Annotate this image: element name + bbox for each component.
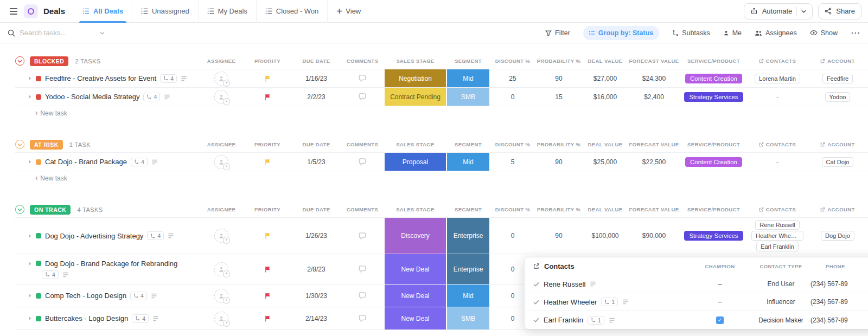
check-icon[interactable] (533, 318, 539, 322)
task-status-square[interactable] (36, 233, 41, 238)
search-box[interactable] (8, 29, 122, 37)
status-badge[interactable]: AT RISK (30, 140, 63, 150)
forecast-value[interactable]: $22,500 (628, 153, 680, 171)
expand-task-chevron-icon[interactable] (28, 316, 32, 321)
contact-type-value[interactable]: Influencer (752, 298, 809, 306)
contact-chip[interactable]: Rene Russell (755, 220, 799, 230)
subtask-count-badge[interactable]: 4 (131, 158, 148, 166)
group-by-button[interactable]: Group by: Status (583, 26, 659, 40)
contact-row[interactable]: Heather Wheeler 1 – Influencer (234) 567… (525, 293, 868, 311)
task-status-square[interactable] (36, 293, 41, 299)
check-icon[interactable] (533, 300, 539, 305)
add-assignee-button[interactable] (214, 312, 228, 326)
comment-button[interactable] (358, 74, 367, 82)
probability-value[interactable]: 15 (535, 88, 582, 106)
sales-stage-cell[interactable]: Negotiation (384, 69, 446, 87)
tab-all-deals[interactable]: All Deals (74, 0, 132, 23)
priority-flag-icon[interactable] (243, 218, 292, 254)
service-product-tag[interactable]: Content Creation (685, 74, 742, 83)
sales-stage-cell[interactable]: New Deal (384, 307, 446, 329)
subtask-count-badge[interactable]: 4 (42, 270, 59, 279)
assignees-button[interactable]: Assignees (755, 29, 797, 37)
discount-value[interactable]: 5 (490, 153, 535, 171)
comment-button[interactable] (358, 232, 367, 240)
forecast-value[interactable]: $90,000 (628, 218, 680, 254)
comment-button[interactable] (358, 292, 367, 300)
chevron-down-icon[interactable] (801, 10, 806, 13)
contacts-empty[interactable]: - (776, 93, 778, 101)
probability-value[interactable]: 90 (535, 153, 582, 171)
new-task-button[interactable]: + New task (15, 106, 868, 120)
comment-button[interactable] (358, 93, 367, 101)
add-assignee-button[interactable] (214, 262, 228, 276)
due-date[interactable]: 2/8/23 (292, 254, 341, 284)
tab-unassigned[interactable]: Unassigned (132, 0, 198, 23)
expand-task-chevron-icon[interactable] (28, 261, 32, 266)
status-badge[interactable]: ON TRACK (30, 205, 71, 215)
segment-cell[interactable]: Mid (446, 153, 490, 171)
chevron-down-icon[interactable] (100, 31, 105, 35)
sales-stage-cell[interactable]: Discovery (384, 218, 446, 254)
contact-name[interactable]: Heather Wheeler (544, 298, 597, 306)
deal-value[interactable]: $16,000 (582, 88, 628, 106)
description-icon[interactable] (62, 272, 69, 278)
task-row[interactable]: Yodoo - Social Media Strategy 4 2/2/23 C… (15, 88, 868, 106)
task-name[interactable]: Feedfire - Creative Assets for Event (45, 74, 156, 82)
discount-value[interactable]: 0 (490, 88, 535, 106)
task-status-square[interactable] (36, 76, 41, 81)
deal-value[interactable]: $100,000 (582, 218, 628, 254)
subtasks-button[interactable]: Subtasks (672, 29, 710, 37)
segment-cell[interactable]: Enterprise (446, 254, 490, 284)
add-assignee-button[interactable] (214, 155, 228, 169)
show-button[interactable]: Show (810, 29, 838, 37)
link-count-badge[interactable]: 1 (588, 316, 604, 325)
expand-task-chevron-icon[interactable] (28, 234, 32, 238)
task-name[interactable]: Yodoo - Social Media Strategy (45, 93, 139, 101)
due-date[interactable]: 2/2/23 (292, 88, 341, 106)
priority-flag-icon[interactable] (243, 254, 292, 284)
task-row[interactable]: Dog Dojo - Advertising Strategy 4 1/26/2… (15, 218, 868, 254)
account-chip[interactable]: Feedfire (822, 74, 853, 83)
task-status-square[interactable] (36, 94, 41, 100)
add-view-button[interactable]: View (327, 0, 369, 23)
subtask-count-badge[interactable]: 4 (160, 74, 177, 83)
check-icon[interactable] (533, 282, 539, 287)
description-icon[interactable] (181, 75, 187, 82)
priority-flag-icon[interactable] (243, 69, 292, 87)
new-task-button[interactable]: + New task (15, 171, 868, 185)
service-product-tag[interactable]: Strategy Services (684, 92, 743, 102)
task-name[interactable]: Comp Tech - Logo Design (45, 292, 126, 300)
expand-task-chevron-icon[interactable] (28, 76, 32, 81)
deal-value[interactable]: $27,000 (582, 69, 628, 87)
status-badge[interactable]: BLOCKED (30, 56, 68, 66)
priority-flag-icon[interactable] (243, 285, 292, 307)
task-status-square[interactable] (36, 261, 41, 266)
task-row[interactable]: Cat Dojo - Brand Package 4 1/5/23 Propos… (15, 153, 868, 171)
description-icon[interactable] (590, 281, 596, 287)
expand-task-chevron-icon[interactable] (28, 94, 32, 99)
description-icon[interactable] (164, 94, 170, 100)
segment-cell[interactable]: SMB (446, 88, 490, 106)
due-date[interactable]: 1/26/23 (292, 218, 341, 254)
phone-value[interactable]: (234) 567-89 (809, 298, 868, 306)
subtask-count-badge[interactable]: 4 (130, 292, 147, 300)
add-assignee-button[interactable] (214, 72, 228, 86)
sales-stage-cell[interactable]: New Deal (384, 254, 446, 284)
probability-value[interactable]: 90 (535, 69, 582, 87)
due-date[interactable]: 1/5/23 (292, 153, 341, 171)
expand-task-chevron-icon[interactable] (28, 293, 32, 298)
champion-value[interactable]: – (687, 280, 752, 288)
contact-row[interactable]: Rene Russell – End User (234) 567-89 (525, 275, 868, 293)
filter-button[interactable]: Filter (545, 29, 570, 37)
phone-value[interactable]: (234) 567-89 (809, 280, 868, 288)
account-chip[interactable]: Yodoo (825, 92, 851, 102)
expand-task-chevron-icon[interactable] (28, 159, 32, 164)
add-assignee-button[interactable] (214, 90, 228, 104)
add-assignee-button[interactable] (214, 229, 228, 243)
subtask-count-badge[interactable]: 4 (147, 231, 164, 240)
more-options-button[interactable]: ⋯ (851, 27, 860, 38)
priority-flag-icon[interactable] (243, 88, 292, 106)
due-date[interactable]: 1/30/23 (292, 285, 341, 307)
priority-flag-icon[interactable] (243, 153, 292, 171)
task-name[interactable]: Dog Dojo - Advertising Strategy (45, 232, 143, 240)
